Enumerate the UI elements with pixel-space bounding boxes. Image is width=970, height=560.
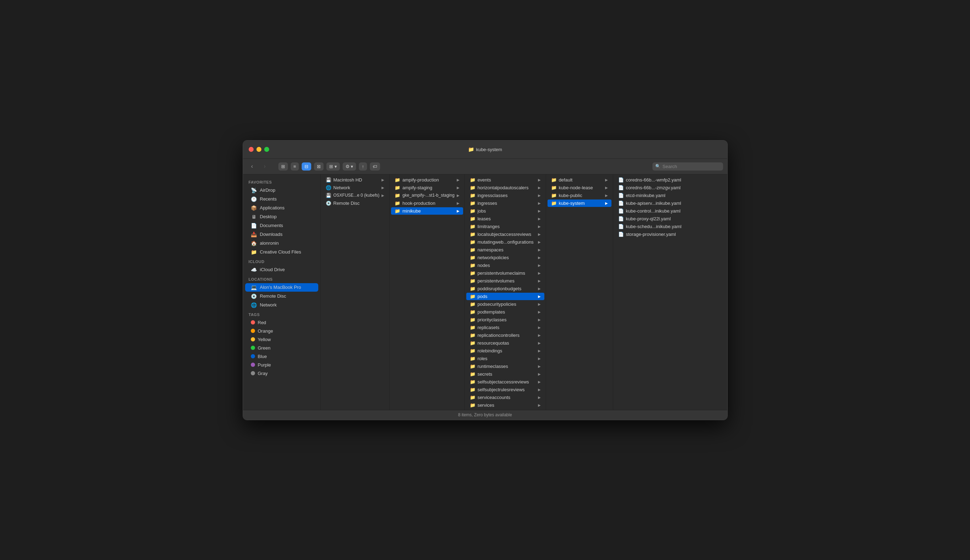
- file-item-ingressclasses[interactable]: 📁 ingressclasses ▶: [466, 192, 544, 199]
- file-item-ssrr[interactable]: 📁 selfsubjectrulesreviews ▶: [466, 386, 544, 393]
- sidebar-label-recents: Recents: [260, 196, 277, 202]
- file-item-rolebindings[interactable]: 📁 rolebindings ▶: [466, 347, 544, 355]
- file-item-gke-ampify[interactable]: 📁 gke_ampify-...st1-b_staging ▶: [391, 192, 463, 199]
- folder-icon: 📁: [470, 333, 476, 338]
- file-item-osxfuse[interactable]: 💾 OSXFUSE...e 0 (kubefs) ▶: [322, 192, 388, 199]
- file-item-kube-proxy[interactable]: 📄 kube-proxy-ql22l.yaml: [614, 215, 726, 222]
- file-item-serviceaccounts[interactable]: 📁 serviceaccounts ▶: [466, 394, 544, 401]
- file-item-kube-system[interactable]: 📁 kube-system ▶: [548, 200, 611, 207]
- file-item-runtimeclasses[interactable]: 📁 runtimeclasses ▶: [466, 363, 544, 370]
- sidebar-item-documents[interactable]: 📄 Documents: [245, 222, 318, 230]
- sidebar-item-macbook-pro[interactable]: 💻 Alon's MacBook Pro: [245, 283, 318, 292]
- file-item-limitranges[interactable]: 📁 limitranges ▶: [466, 223, 544, 230]
- file-item-macintosh-hd[interactable]: 💾 Macintosh HD ▶: [322, 176, 388, 183]
- file-item-hook-production[interactable]: 📁 hook-production ▶: [391, 200, 463, 207]
- file-item-ampify-staging[interactable]: 📁 ampify-staging ▶: [391, 184, 463, 192]
- file-item-pv[interactable]: 📁 persistentvolumes ▶: [466, 277, 544, 285]
- file-item-coredns1[interactable]: 📄 coredns-66b...-wmfp2.yaml: [614, 176, 726, 183]
- file-item-minikube[interactable]: 📁 minikube ▶: [391, 207, 463, 215]
- folder-icon: 📁: [394, 200, 400, 206]
- file-item-hpa[interactable]: 📁 horizontalpodautoscalers ▶: [466, 184, 544, 192]
- file-item-pvc[interactable]: 📁 persistentvolumeclaims ▶: [466, 269, 544, 277]
- sidebar-item-icloud-drive[interactable]: ☁️ iCloud Drive: [245, 265, 318, 274]
- icon-view-button[interactable]: ⊞: [278, 162, 288, 170]
- applications-icon: 📦: [251, 205, 257, 211]
- sidebar-item-tag-blue[interactable]: Blue: [245, 352, 318, 360]
- file-item-pods[interactable]: 📁 pods ▶: [466, 293, 544, 300]
- tag-dot-purple: [251, 363, 255, 367]
- file-item-localsar[interactable]: 📁 localsubjectaccessreviews ▶: [466, 230, 544, 238]
- file-item-priorityclasses[interactable]: 📁 priorityclasses ▶: [466, 316, 544, 323]
- file-item-storage-provisioner[interactable]: 📄 storage-provisioner.yaml: [614, 230, 726, 238]
- file-item-nodes[interactable]: 📁 nodes ▶: [466, 262, 544, 269]
- file-item-remote-disc-drive[interactable]: 💿 Remote Disc: [322, 200, 388, 207]
- gallery-view-button[interactable]: ⊠: [314, 162, 324, 170]
- search-input[interactable]: [663, 164, 720, 169]
- sidebar-item-recents[interactable]: 🕐 Recents: [245, 195, 318, 203]
- file-item-ampify-prod[interactable]: 📁 ampify-production ▶: [391, 176, 463, 183]
- file-item-kube-node-lease[interactable]: 📁 kube-node-lease ▶: [548, 184, 611, 192]
- file-item-network-drive[interactable]: 🌐 Network ▶: [322, 184, 388, 192]
- file-item-rc[interactable]: 📁 replicationcontrollers ▶: [466, 332, 544, 339]
- file-item-psp[interactable]: 📁 podsecuritypolicies ▶: [466, 300, 544, 308]
- close-button[interactable]: [249, 147, 254, 152]
- sidebar-item-downloads[interactable]: 📥 Downloads: [245, 230, 318, 239]
- sidebar-item-tag-yellow[interactable]: Yellow: [245, 335, 318, 343]
- minimize-button[interactable]: [257, 147, 261, 152]
- forward-button[interactable]: ›: [260, 162, 270, 171]
- sidebar-item-tag-gray[interactable]: Gray: [245, 369, 318, 377]
- file-item-jobs[interactable]: 📁 jobs ▶: [466, 207, 544, 215]
- file-item-podtemplates[interactable]: 📁 podtemplates ▶: [466, 308, 544, 316]
- arrow-icon: ▶: [538, 287, 541, 291]
- file-item-roles[interactable]: 📁 roles ▶: [466, 355, 544, 362]
- sidebar-item-airdrop[interactable]: 📡 AirDrop: [245, 186, 318, 195]
- file-item-networkpolicies[interactable]: 📁 networkpolicies ▶: [466, 254, 544, 261]
- arrow-icon: ▶: [457, 201, 459, 205]
- yaml-icon: 📄: [618, 232, 624, 237]
- maximize-button[interactable]: [264, 147, 269, 152]
- folder-icon: 📁: [470, 185, 476, 190]
- file-item-mutatingweb[interactable]: 📁 mutatingweb...onfigurations ▶: [466, 238, 544, 246]
- file-item-default[interactable]: 📁 default ▶: [548, 176, 611, 183]
- file-item-kube-apiserv[interactable]: 📄 kube-apiserv...inikube.yaml: [614, 200, 726, 207]
- sidebar-item-remote-disc[interactable]: 💿 Remote Disc: [245, 292, 318, 300]
- file-item-etcd-minikube[interactable]: 📄 etcd-minikube.yaml: [614, 192, 726, 199]
- column-view-button[interactable]: ⊟: [302, 162, 311, 170]
- file-item-secrets[interactable]: 📁 secrets ▶: [466, 370, 544, 378]
- file-item-events[interactable]: 📁 events ▶: [466, 176, 544, 183]
- file-item-kube-public[interactable]: 📁 kube-public ▶: [548, 192, 611, 199]
- sidebar-item-desktop[interactable]: 🖥 Desktop: [245, 213, 318, 221]
- list-view-button[interactable]: ≡: [291, 162, 299, 170]
- arrow-icon: ▶: [538, 178, 541, 182]
- action-button[interactable]: ⚙ ▾: [343, 162, 356, 170]
- sidebar-item-tag-purple[interactable]: Purple: [245, 361, 318, 369]
- tag-dot-gray: [251, 371, 255, 375]
- file-item-coredns2[interactable]: 📄 coredns-66b...-zmzgv.yaml: [614, 184, 726, 192]
- sidebar-item-tag-orange[interactable]: Orange: [245, 327, 318, 335]
- sidebar-item-tag-green[interactable]: Green: [245, 344, 318, 352]
- folder-icon: 📁: [551, 177, 557, 183]
- back-button[interactable]: ‹: [247, 162, 257, 171]
- file-item-pdb[interactable]: 📁 poddisruptionbudgets ▶: [466, 285, 544, 292]
- sidebar-item-tag-red[interactable]: Red: [245, 318, 318, 327]
- documents-icon: 📄: [251, 223, 257, 228]
- sidebar-item-creative-cloud[interactable]: 📁 Creative Cloud Files: [245, 248, 318, 256]
- file-item-rq[interactable]: 📁 resourcequotas ▶: [466, 339, 544, 347]
- file-item-kube-control[interactable]: 📄 kube-control...inikube.yaml: [614, 207, 726, 215]
- sidebar-item-applications[interactable]: 📦 Applications: [245, 204, 318, 212]
- file-item-ingresses[interactable]: 📁 ingresses ▶: [466, 200, 544, 207]
- sidebar-item-network[interactable]: 🌐 Network: [245, 301, 318, 309]
- file-item-leases[interactable]: 📁 leases ▶: [466, 215, 544, 222]
- share-button[interactable]: ↑: [359, 162, 367, 170]
- file-item-replicasets[interactable]: 📁 replicasets ▶: [466, 324, 544, 331]
- file-item-kube-schedu[interactable]: 📄 kube-schedu...inikube.yaml: [614, 223, 726, 230]
- file-item-services[interactable]: 📁 services ▶: [466, 402, 544, 409]
- tag-button[interactable]: 🏷: [370, 162, 380, 170]
- file-item-namespaces[interactable]: 📁 namespaces ▶: [466, 246, 544, 253]
- file-label-nodes: nodes: [477, 263, 536, 268]
- file-label-runtimeclasses: runtimeclasses: [477, 364, 536, 369]
- file-item-ssar[interactable]: 📁 selfsubjectaccessreviews ▶: [466, 378, 544, 385]
- view-options-button[interactable]: ⊞ ▾: [326, 162, 340, 170]
- arrow-icon: ▶: [538, 225, 541, 228]
- sidebar-item-alonronin[interactable]: 🏠 alonronin: [245, 239, 318, 248]
